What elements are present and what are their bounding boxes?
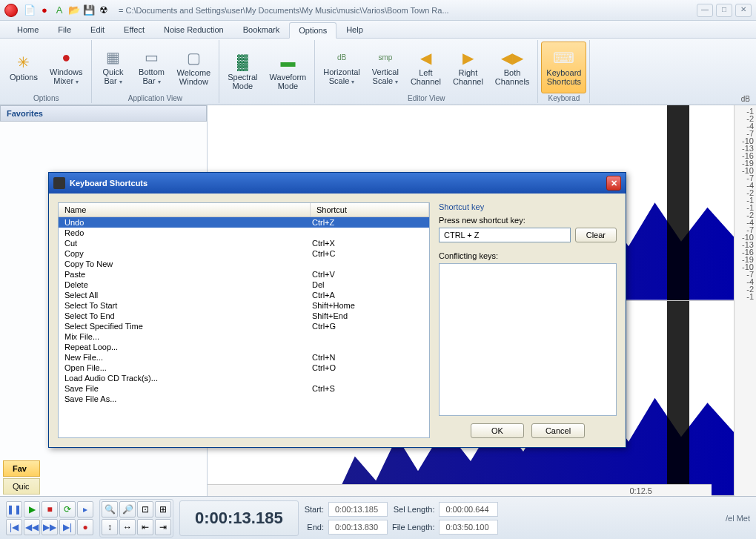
end-value[interactable]: 0:00:13.830 [328, 520, 388, 535]
shortcut-row[interactable]: Mix File... [59, 331, 429, 342]
shortcut-name: Save File As... [59, 394, 311, 403]
both-channels-button[interactable]: ◀▶BothChannels [490, 42, 534, 93]
file-length-value[interactable]: 0:03:50.100 [439, 520, 498, 535]
menu-file[interactable]: File [48, 22, 81, 38]
selection-marker[interactable] [667, 301, 689, 496]
dialog-close-button[interactable]: ✕ [606, 176, 621, 191]
open-folder-icon[interactable]: 📂 [68, 4, 80, 16]
zoom-in-button[interactable]: 🔍 [102, 501, 118, 517]
stop-button[interactable]: ■ [42, 501, 58, 517]
shortcut-row[interactable]: DeleteDel [59, 280, 429, 290]
group-label: Keyborad [541, 93, 586, 103]
shortcut-row[interactable]: Repeat Loop... [59, 342, 429, 352]
shortcut-row[interactable]: CopyCtrl+C [59, 248, 429, 259]
options-button[interactable]: ✳Options [4, 42, 43, 93]
horizontal-scale-button[interactable]: dBHorizontalScale ▾ [318, 42, 365, 93]
menu-home[interactable]: Home [7, 22, 48, 38]
spectral-mode-button[interactable]: ▓SpectralMode [222, 42, 262, 102]
shortcut-row[interactable]: PasteCtrl+V [59, 269, 429, 280]
pause-button[interactable]: ❚❚ [6, 501, 22, 517]
welcome-window-button[interactable]: ▢WelcomeWindow [172, 42, 216, 93]
ribbon-label: QuickBar ▾ [102, 67, 123, 87]
shortcut-row[interactable]: Save FileCtrl+S [59, 383, 429, 394]
shortcut-row[interactable]: UndoCtrl+Z [59, 217, 429, 228]
zoom-right-button[interactable]: ⇥ [155, 519, 171, 535]
play-button[interactable]: ▶ [24, 501, 40, 517]
waveform-mode-button[interactable]: ▬WaveformMode [265, 42, 312, 102]
forward-button[interactable]: ▶▶ [42, 519, 58, 535]
col-shortcut-header[interactable]: Shortcut [311, 203, 429, 216]
loop-play-button[interactable]: ⟳ [59, 501, 76, 517]
favorites-header[interactable]: Favorites [0, 105, 207, 122]
zoom-full-button[interactable]: ⊞ [155, 501, 171, 517]
zoom-v-out-button[interactable]: ↔ [119, 519, 136, 535]
ribbon-label: SpectralMode [228, 73, 257, 90]
col-name-header[interactable]: Name [59, 203, 311, 216]
tab-quick[interactable]: Quic [3, 478, 40, 495]
sel-length-value[interactable]: 0:00:00.644 [439, 502, 498, 517]
ok-button[interactable]: OK [471, 423, 524, 438]
time-ruler[interactable]: 0:12.5 [208, 484, 712, 496]
menu-edit[interactable]: Edit [81, 22, 114, 38]
go-start-button[interactable]: |◀ [6, 519, 22, 535]
shortcut-row[interactable]: Copy To New [59, 259, 429, 269]
selection-marker[interactable] [667, 105, 689, 300]
menu-options[interactable]: Options [289, 22, 336, 39]
hazard-icon[interactable]: ☢ [98, 4, 110, 16]
dialog-titlebar[interactable]: Keyboard Shortcuts ✕ [49, 173, 626, 194]
shortcut-row[interactable]: Select To EndShift+End [59, 311, 429, 321]
menu-bookmark[interactable]: Bookmark [233, 22, 290, 38]
menu-noise-reduction[interactable]: Noise Reduction [154, 22, 233, 38]
rewind-button[interactable]: ◀◀ [24, 519, 40, 535]
db-tick: -1 [735, 203, 756, 211]
shortcut-row[interactable]: Select To StartShift+Home [59, 300, 429, 311]
maximize-button[interactable]: □ [716, 4, 732, 17]
shortcut-row[interactable]: Redo [59, 228, 429, 238]
shortcut-row[interactable]: Open File...Ctrl+O [59, 363, 429, 373]
new-file-icon[interactable]: 📄 [24, 4, 36, 16]
left-channel-button[interactable]: ◀LeftChannel [405, 42, 446, 93]
ribbon-label: BottomBar ▾ [139, 67, 165, 87]
shortcut-key: Del [311, 280, 429, 289]
conflicting-keys-box[interactable] [439, 263, 617, 416]
bottom-bar: ❚❚ ▶ ■ ⟳ ▸ |◀ ◀◀ ▶▶ ▶| ● 🔍 🔎 ⊡ ⊞ ↕ ↔ ⇤ ⇥… [0, 496, 756, 539]
cancel-button[interactable]: Cancel [531, 423, 585, 438]
go-end-button[interactable]: ▶| [59, 519, 76, 535]
close-button[interactable]: ✕ [735, 4, 752, 17]
quick-bar-button[interactable]: ▦QuickBar ▾ [95, 42, 132, 93]
file-length-label: File Length: [392, 523, 434, 532]
keyboard-shortcuts-button[interactable]: ⌨KeyboardShortcuts [541, 42, 586, 93]
shortcut-list[interactable]: Name Shortcut UndoCtrl+ZRedoCutCtrl+XCop… [58, 202, 430, 438]
right-channel-button[interactable]: ▶RightChannel [448, 42, 488, 93]
clear-button[interactable]: Clear [575, 228, 617, 242]
zoom-sel-button[interactable]: ⊡ [137, 501, 153, 517]
shortcut-name: New File... [59, 353, 311, 362]
play-selection-button[interactable]: ▸ [77, 501, 93, 517]
spectral-mode-icon: ▓ [231, 53, 254, 71]
shortcut-row[interactable]: Select AllCtrl+A [59, 290, 429, 300]
shortcut-name: Cut [59, 239, 311, 248]
zoom-left-button[interactable]: ⇤ [137, 519, 153, 535]
zoom-v-in-button[interactable]: ↕ [102, 519, 118, 535]
shortcut-name: Copy To New [59, 259, 311, 268]
shortcut-row[interactable]: Load Audio CD Track(s)... [59, 373, 429, 383]
shortcut-key-input[interactable] [439, 228, 571, 242]
record-button[interactable]: ● [77, 519, 93, 535]
shortcut-row[interactable]: CutCtrl+X [59, 238, 429, 248]
list-header[interactable]: Name Shortcut [59, 203, 429, 217]
windows-mixer-button[interactable]: ●WindowsMixer ▾ [44, 42, 88, 93]
zoom-out-button[interactable]: 🔎 [119, 501, 136, 517]
record-icon[interactable]: ● [39, 4, 50, 16]
save-icon[interactable]: 💾 [83, 4, 95, 16]
shortcut-row[interactable]: Save File As... [59, 394, 429, 404]
text-color-icon[interactable]: A [53, 4, 65, 16]
tab-favorites[interactable]: Fav [3, 460, 40, 477]
shortcut-row[interactable]: New File...Ctrl+N [59, 352, 429, 363]
vertical-scale-button[interactable]: smpVerticalScale ▾ [367, 42, 404, 93]
shortcut-row[interactable]: Select Specified TimeCtrl+G [59, 321, 429, 331]
minimize-button[interactable]: — [697, 4, 713, 17]
start-value[interactable]: 0:00:13.185 [328, 502, 388, 517]
menu-effect[interactable]: Effect [114, 22, 154, 38]
menu-help[interactable]: Help [336, 22, 373, 38]
bottom-bar-button[interactable]: ▭BottomBar ▾ [133, 42, 170, 93]
